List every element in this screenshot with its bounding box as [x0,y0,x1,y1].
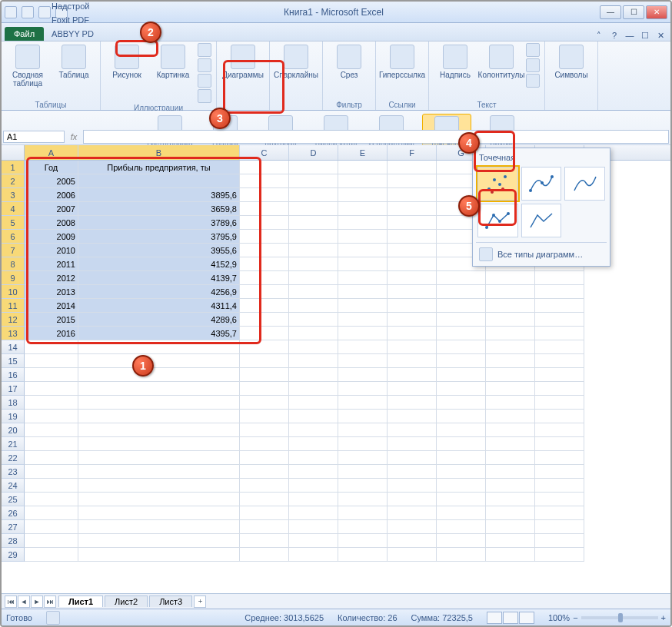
cell[interactable] [437,437,486,451]
cell[interactable] [338,299,388,313]
row-header[interactable]: 15 [2,354,25,368]
cell[interactable] [338,174,388,188]
cell[interactable]: 4395,7 [78,327,240,340]
cell[interactable] [535,534,584,548]
cell[interactable] [338,451,388,465]
cell[interactable] [25,437,78,451]
cell[interactable] [486,340,535,354]
cell[interactable] [437,534,486,548]
cell[interactable] [240,216,289,230]
cell[interactable] [486,368,535,382]
cell[interactable] [388,313,437,327]
row-header[interactable]: 7 [2,244,25,257]
cell[interactable]: 2016 [25,327,78,340]
cell[interactable] [388,396,437,410]
cell[interactable] [240,437,289,451]
cell[interactable] [388,285,437,299]
name-box[interactable]: A1 [3,131,65,143]
cell[interactable] [78,506,240,520]
cell[interactable] [437,340,486,354]
cell[interactable] [25,506,78,520]
cell[interactable] [289,506,338,520]
cell[interactable] [486,451,535,465]
cell[interactable] [388,479,437,493]
cell[interactable] [289,285,338,299]
cell[interactable] [535,410,584,423]
zoom-out-icon[interactable]: − [573,613,577,622]
mdi-restore-icon[interactable]: ☐ [640,30,650,41]
cell[interactable] [25,382,78,396]
row-header[interactable]: 19 [2,410,25,423]
cell[interactable] [289,216,338,230]
scatter-lines-option[interactable] [521,204,562,237]
cell[interactable] [486,396,535,410]
cell[interactable] [535,299,584,313]
small-icon[interactable] [198,43,211,57]
small-icon[interactable] [526,58,540,72]
cell[interactable]: 2011 [25,257,78,271]
cell[interactable]: 3789,6 [78,216,240,230]
cell[interactable] [338,285,388,299]
cell[interactable] [338,493,388,506]
row-header[interactable]: 5 [2,216,25,230]
cell[interactable] [535,340,584,354]
cell[interactable] [338,534,388,548]
cell[interactable] [437,327,486,340]
cell[interactable] [289,548,338,562]
cell[interactable] [437,479,486,493]
cell[interactable] [25,534,78,548]
cell[interactable] [486,465,535,479]
cell[interactable] [338,244,388,257]
small-icon[interactable] [526,43,540,57]
cell[interactable] [535,313,584,327]
row-header[interactable]: 20 [2,423,25,437]
cell[interactable] [240,230,289,244]
cell[interactable]: Прибыль предприятия, ты [78,161,240,174]
cell[interactable] [78,174,240,188]
cell[interactable] [289,313,338,327]
cell[interactable] [388,257,437,271]
cell[interactable] [338,479,388,493]
cell[interactable] [535,327,584,340]
cell[interactable] [78,340,240,354]
cell[interactable] [25,479,78,493]
row-header[interactable]: 18 [2,396,25,410]
cell[interactable] [535,368,584,382]
cell[interactable]: 2014 [25,299,78,313]
cell[interactable] [289,354,338,368]
cell[interactable] [437,285,486,299]
cell[interactable] [289,479,338,493]
cell[interactable] [25,423,78,437]
cell[interactable]: 2015 [25,313,78,327]
col-header-C[interactable]: C [240,145,289,160]
file-tab[interactable]: Файл [5,27,44,41]
cell[interactable] [338,506,388,520]
cell[interactable]: 4139,7 [78,271,240,285]
cell[interactable] [388,465,437,479]
small-icon[interactable] [198,74,211,88]
cell[interactable]: 2010 [25,244,78,257]
zoom-slider[interactable] [581,616,658,619]
cell[interactable] [486,271,535,285]
small-icon[interactable] [198,58,211,72]
cell[interactable] [338,230,388,244]
row-header[interactable]: 21 [2,437,25,451]
cell[interactable] [240,271,289,285]
cell[interactable]: 3895,6 [78,188,240,202]
cell[interactable] [535,520,584,534]
cell[interactable] [289,188,338,202]
scatter-markers-option[interactable] [477,167,518,201]
small-icon[interactable] [198,89,211,103]
chart-button[interactable]: Диаграммы [221,43,264,81]
maximize-button[interactable]: ☐ [623,5,644,19]
row-header[interactable]: 12 [2,313,25,327]
cell[interactable] [240,396,289,410]
sheet-nav-prev[interactable]: ◄ [18,595,30,608]
cell[interactable]: 2013 [25,285,78,299]
cell[interactable] [388,534,437,548]
picture-button[interactable]: Рисунок [105,43,148,81]
cell[interactable] [78,465,240,479]
tab-abbyy pd[interactable]: ABBYY PD [47,27,98,41]
cell[interactable] [338,313,388,327]
cell[interactable] [338,188,388,202]
